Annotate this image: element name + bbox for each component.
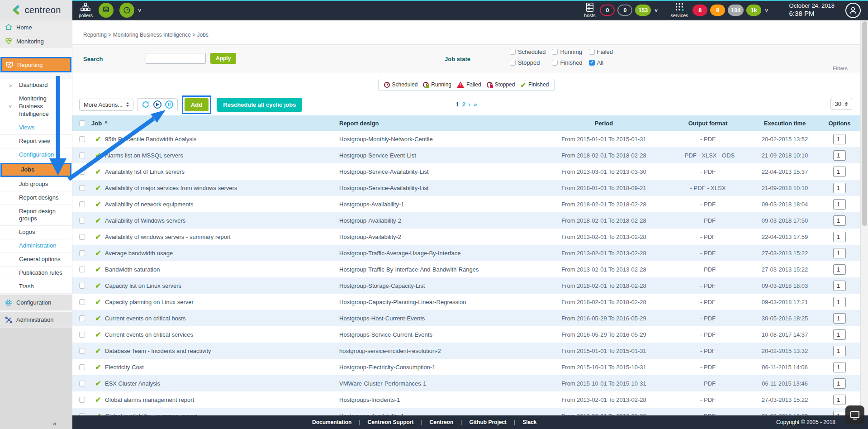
page-size-select[interactable]: 30 — [830, 98, 852, 110]
row-checkbox[interactable] — [79, 364, 85, 370]
job-state-option[interactable]: Stopped — [510, 59, 540, 66]
sidebar-item-home[interactable]: Home — [0, 20, 72, 34]
job-name[interactable]: Current events on critical hosts — [105, 315, 339, 322]
options-input[interactable]: 1 — [833, 281, 846, 291]
checkbox[interactable] — [510, 49, 516, 55]
page-link[interactable]: 1 — [455, 101, 459, 108]
sidebar-item[interactable]: Logos — [0, 226, 72, 239]
sidebar-item[interactable]: General options — [0, 253, 72, 267]
row-checkbox[interactable] — [79, 397, 85, 403]
sidebar-item[interactable]: Configuration — [0, 148, 72, 162]
job-name[interactable]: Global alarms management report — [105, 396, 339, 403]
row-checkbox[interactable] — [79, 267, 85, 272]
column-header-job[interactable]: Job ^ — [91, 120, 339, 127]
row-checkbox[interactable] — [79, 201, 85, 207]
scrollbar-thumb[interactable] — [862, 21, 867, 226]
search-input[interactable] — [146, 53, 206, 64]
column-header-report-design[interactable]: Report design — [339, 120, 543, 127]
options-input[interactable]: 1 — [833, 167, 846, 177]
options-input[interactable]: 1 — [833, 346, 846, 356]
column-header-period[interactable]: Period — [543, 120, 665, 127]
options-input[interactable]: 1 — [833, 264, 846, 275]
checkbox[interactable] — [589, 49, 595, 55]
options-input[interactable]: 1 — [833, 215, 846, 226]
sidebar-item[interactable]: Report view — [0, 135, 72, 148]
job-state-option[interactable]: Failed — [589, 48, 613, 55]
options-input[interactable]: 1 — [833, 378, 846, 389]
options-input[interactable]: 1 — [833, 199, 846, 210]
sidebar-item-reporting[interactable]: Reporting — [2, 58, 70, 71]
hosts-menu[interactable]: hosts — [584, 2, 595, 18]
row-checkbox[interactable] — [79, 315, 85, 321]
row-checkbox[interactable] — [79, 299, 85, 305]
row-checkbox[interactable] — [79, 250, 85, 256]
checkbox[interactable] — [510, 60, 516, 66]
options-input[interactable]: 1 — [833, 150, 846, 161]
sidebar-item[interactable]: Trash — [0, 280, 72, 294]
service-status-badge[interactable]: 8 — [693, 5, 707, 16]
select-all-checkbox[interactable] — [79, 120, 85, 126]
sidebar-item-configuration[interactable]: Configuration — [0, 295, 72, 311]
sidebar-item[interactable]: Dashboard — [0, 79, 72, 92]
page-link[interactable]: » — [474, 101, 477, 108]
options-input[interactable]: 1 — [833, 183, 846, 193]
sidebar-item[interactable]: Job groups — [0, 178, 72, 191]
row-checkbox[interactable] — [79, 136, 85, 142]
job-name[interactable]: ESX Cluster Analysis — [105, 380, 339, 387]
row-checkbox[interactable] — [79, 169, 85, 175]
job-name[interactable]: Availability of windows servers - summar… — [105, 234, 339, 240]
job-name[interactable]: Electricity Cost — [105, 364, 339, 371]
job-name[interactable]: 95th Percentile Bandwidth Analysis — [105, 136, 339, 143]
job-name[interactable]: Availability list of Linux servers — [105, 168, 339, 175]
column-header-options[interactable]: Options — [819, 120, 860, 127]
sidebar-item-administration[interactable]: Administration — [0, 312, 72, 328]
job-state-option[interactable]: All — [589, 59, 603, 66]
service-status-badge[interactable]: 104 — [728, 5, 744, 16]
add-button[interactable]: Add — [185, 98, 209, 111]
sidebar-item[interactable]: Administration — [0, 239, 72, 253]
sidebar-item[interactable]: Report designs — [0, 191, 72, 205]
row-checkbox[interactable] — [79, 283, 85, 289]
options-input[interactable]: 1 — [833, 329, 846, 340]
reschedule-all-cyclic-jobs-button[interactable]: Reschedule all cyclic jobs — [217, 98, 302, 112]
breadcrumb[interactable]: Reporting > Monitoring Business Intellig… — [72, 20, 860, 38]
latency-gauge-icon[interactable] — [119, 3, 134, 18]
service-status-badge[interactable]: 8 — [710, 5, 725, 16]
job-name[interactable]: Database Team - Incidents and reactivity — [105, 348, 339, 354]
apply-button[interactable]: Apply — [210, 53, 236, 64]
sidebar-item-monitoring[interactable]: Monitoring — [0, 34, 72, 48]
job-name[interactable]: Alarms list on MSSQL servers — [105, 152, 339, 159]
play-icon[interactable] — [153, 100, 161, 109]
row-checkbox[interactable] — [79, 332, 85, 338]
sort-asc-icon[interactable]: ^ — [104, 120, 107, 126]
checkbox[interactable] — [552, 49, 558, 55]
checkbox[interactable] — [552, 60, 558, 66]
host-status-badge[interactable]: 0 — [600, 5, 615, 16]
job-name[interactable]: Capacity list on Linux servers — [105, 282, 339, 289]
host-status-badge[interactable]: 0 — [617, 5, 632, 16]
options-input[interactable]: 1 — [833, 134, 846, 144]
options-input[interactable]: 1 — [833, 248, 846, 258]
refresh-icon[interactable] — [142, 100, 150, 109]
row-checkbox[interactable] — [79, 153, 85, 158]
job-state-option[interactable]: Scheduled — [510, 48, 545, 55]
sidebar-item[interactable]: Report design groups — [0, 205, 72, 226]
sidebar-item[interactable]: Jobs — [0, 163, 71, 177]
pollers-chevron-down-icon[interactable] — [137, 9, 142, 11]
row-checkbox[interactable] — [79, 348, 85, 354]
column-header-output-format[interactable]: Output format — [665, 120, 751, 127]
more-actions-select[interactable]: More Actions... — [79, 99, 133, 111]
options-input[interactable]: 1 — [833, 297, 846, 307]
footer-link[interactable]: Documentation — [312, 419, 351, 425]
options-input[interactable]: 1 — [833, 313, 846, 324]
row-checkbox[interactable] — [79, 234, 85, 240]
row-checkbox[interactable] — [79, 381, 85, 386]
options-input[interactable]: 1 — [833, 232, 846, 242]
job-state-option[interactable]: Finished — [552, 59, 582, 66]
database-poller-icon[interactable] — [99, 3, 114, 18]
job-name[interactable]: Availability of major services from wind… — [105, 185, 339, 191]
services-chevron-down-icon[interactable] — [764, 9, 769, 11]
row-checkbox[interactable] — [79, 218, 85, 224]
row-checkbox[interactable] — [79, 185, 85, 191]
column-header-execution-time[interactable]: Execution time — [751, 120, 819, 127]
